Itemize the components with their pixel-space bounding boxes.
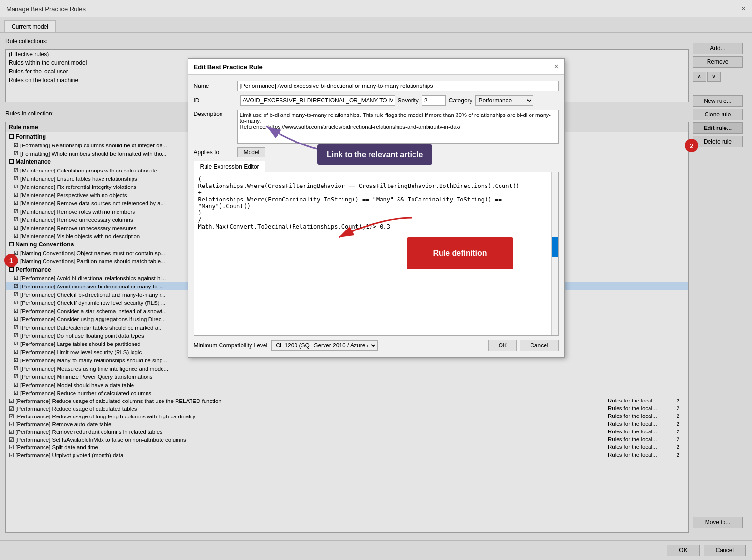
description-row: Description Limit use of b-di and many-t… — [194, 110, 559, 144]
rule-expression-area: ( Relationships.Where(CrossFilteringBeha… — [194, 172, 559, 336]
id-label: ID — [194, 97, 237, 104]
rule-expression-tab[interactable]: Rule Expression Editor — [194, 161, 265, 172]
dialog-ok-button[interactable]: OK — [488, 340, 517, 351]
name-row: Name — [194, 81, 559, 91]
description-label: Description — [194, 110, 237, 117]
category-label: Category — [449, 97, 472, 104]
severity-input[interactable] — [422, 95, 446, 106]
dialog-close-icon[interactable]: × — [554, 62, 558, 71]
dialog-title-bar: Edit Best Practice Rule × — [188, 59, 564, 75]
compat-select[interactable]: CL 1200 (SQL Server 2016 / Azure AS) CL … — [271, 340, 378, 351]
applies-to-label: Applies to — [194, 149, 237, 156]
applies-to-button[interactable]: Model — [237, 147, 266, 157]
name-input[interactable] — [237, 81, 559, 91]
category-select[interactable]: Performance Formatting Maintenance Namin… — [475, 95, 533, 106]
dialog-cancel-button[interactable]: Cancel — [520, 340, 558, 351]
applies-to-row: Applies to Model — [194, 147, 559, 157]
severity-label: Severity — [398, 97, 419, 104]
dialog-bottom: Minimum Compatibility Level CL 1200 (SQL… — [194, 340, 559, 351]
compat-label: Minimum Compatibility Level — [194, 342, 268, 349]
dialog-action-buttons: OK Cancel — [488, 340, 559, 351]
dialog-overlay: Edit Best Practice Rule × Name ID Severi… — [0, 0, 752, 560]
dialog-content: Name ID Severity Category Performance Fo… — [188, 75, 564, 357]
id-input[interactable] — [240, 95, 395, 106]
id-row: ID Severity Category Performance Formatt… — [194, 95, 559, 106]
description-textarea[interactable]: Limit use of b-di and many-to-many relat… — [237, 110, 559, 144]
main-window: Manage Best Practice Rules × Current mod… — [0, 0, 752, 560]
name-label: Name — [194, 83, 237, 89]
edit-rule-dialog: Edit Best Practice Rule × Name ID Severi… — [188, 58, 565, 358]
dialog-title: Edit Best Practice Rule — [194, 63, 263, 71]
code-editor[interactable]: ( Relationships.Where(CrossFilteringBeha… — [194, 172, 558, 335]
